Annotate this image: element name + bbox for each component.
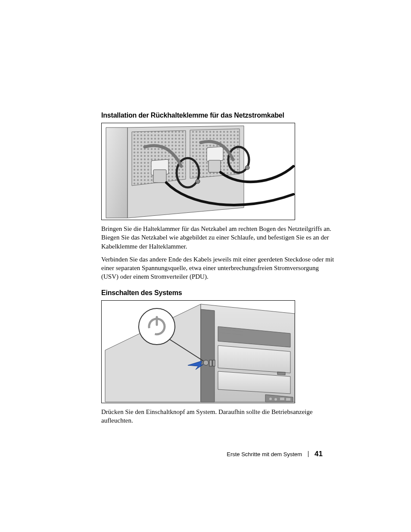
- page-content: Installation der Rückhalteklemme für das…: [101, 112, 336, 429]
- svg-rect-32: [286, 398, 290, 401]
- svg-point-33: [139, 308, 175, 345]
- svg-rect-9: [209, 160, 221, 172]
- svg-rect-19: [213, 360, 215, 366]
- heading-installation: Installation der Rückhalteklemme für das…: [101, 112, 336, 119]
- svg-point-13: [245, 165, 249, 170]
- svg-point-29: [269, 398, 272, 400]
- paragraph: Verbinden Sie das andere Ende des Kabels…: [101, 255, 336, 281]
- heading-power-on: Einschalten des Systems: [101, 289, 336, 297]
- svg-marker-2: [106, 128, 128, 218]
- figure-power-cable-retention: [101, 123, 295, 220]
- svg-rect-22: [277, 372, 285, 375]
- paragraph: Bringen Sie die Halteklammer für das Net…: [101, 224, 336, 251]
- svg-rect-31: [280, 398, 284, 400]
- section-installation: Installation der Rückhalteklemme für das…: [101, 112, 336, 281]
- svg-marker-16: [201, 309, 215, 402]
- svg-rect-8: [153, 170, 166, 183]
- figure-power-button: [101, 300, 295, 403]
- svg-point-17: [203, 360, 209, 365]
- svg-rect-7: [207, 146, 223, 162]
- paragraph: Drücken Sie den Einschaltknopf am System…: [101, 408, 336, 425]
- svg-rect-18: [209, 360, 212, 366]
- footer-divider: [308, 451, 308, 457]
- footer-title: Erste Schritte mit dem System: [227, 451, 302, 457]
- section-power-on: Einschalten des Systems: [101, 289, 336, 425]
- svg-point-30: [274, 398, 277, 401]
- page-number: 41: [314, 450, 323, 458]
- svg-point-12: [196, 179, 200, 184]
